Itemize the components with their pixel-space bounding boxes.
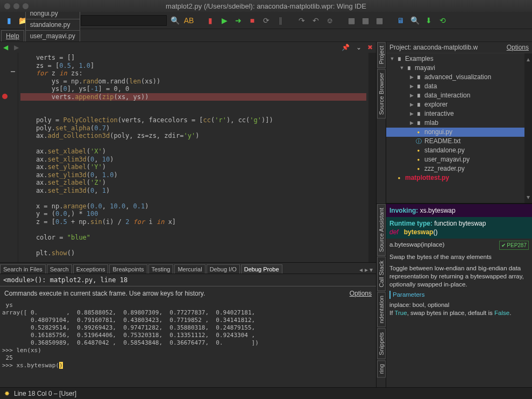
chevron-down-icon[interactable]: ⌄ — [356, 44, 361, 51]
file-tab-bar: Help matplot2.pynongui.pystandalone.pyus… — [0, 29, 532, 42]
replace-icon[interactable]: AB — [183, 15, 195, 26]
step-out-icon[interactable]: ↶ — [310, 15, 322, 26]
editor-header: ◀ ▶ 📌 ⌄ ✖ — [0, 42, 376, 53]
bottom-tab-bar: Search in FilesSearchExceptionsBreakpoin… — [0, 262, 376, 274]
debug-module-line[interactable]: <module>(): matplot2.py, line 18 — [0, 274, 376, 286]
debug-hint: Commands execute in current stack frame.… — [4, 290, 205, 297]
vtab-indentation[interactable]: ndentation — [377, 292, 386, 327]
tree-item[interactable]: ▶interactive — [386, 109, 524, 118]
break-icon[interactable]: ⎊ — [324, 15, 336, 26]
debug-options[interactable]: Options — [350, 290, 372, 297]
tree-item[interactable]: ▶mlab — [386, 118, 524, 128]
close-tab-icon[interactable]: ✖ — [367, 44, 373, 51]
assist-signature: a.byteswap(inplace) — [389, 241, 444, 248]
project-tree[interactable]: ▼Examples▼mayavi▶advanced_visualization▶… — [386, 53, 524, 203]
file-tab[interactable]: user_mayavi.py — [25, 30, 80, 41]
tree-item[interactable]: nongui.py — [386, 128, 524, 137]
code-editor[interactable]: verts = [] zs = [0.5, 1.0] for z in zs: … — [0, 53, 376, 262]
assist-summary: Swap the bytes of the array elements — [389, 253, 529, 261]
file-tab[interactable]: standalone.py — [25, 19, 80, 30]
assist-runtime: Runtime type: function byteswap def byte… — [386, 217, 532, 239]
search-icon[interactable]: 🔍 — [169, 15, 181, 26]
bottom-tab[interactable]: Mercurial — [174, 264, 205, 274]
step-into-icon[interactable]: ➜ — [232, 15, 244, 26]
panel2-icon[interactable]: ▦ — [359, 15, 371, 26]
bottom-tab[interactable]: Search in Files — [0, 264, 46, 274]
tree-item[interactable]: ▶data_interaction — [386, 91, 524, 100]
tree-item[interactable]: ▶explorer — [386, 100, 524, 109]
tree-item[interactable]: zzz_reader.py — [386, 164, 524, 173]
panel3-icon[interactable]: ▦ — [373, 15, 385, 26]
vtab-source-assistant[interactable]: Source Assistant — [377, 204, 386, 256]
assist-param-desc: If True, swap bytes in place, default is… — [389, 309, 529, 317]
tree-item[interactable]: user_mayavi.py — [386, 155, 524, 164]
download-icon[interactable]: ⬇ — [423, 15, 435, 26]
assist-description: Toggle between low-endian and big-endian… — [389, 264, 529, 289]
project-scrollbar[interactable]: ▴▾ — [524, 53, 532, 203]
bug-icon[interactable]: ✸ — [4, 390, 10, 397]
tree-item[interactable]: ▼Examples — [386, 54, 524, 64]
play-icon[interactable]: ▶ — [218, 15, 230, 26]
editor-scrollbar[interactable] — [368, 53, 376, 262]
magnify-icon[interactable]: 🔍 — [409, 15, 421, 26]
project-options[interactable]: Options — [507, 44, 529, 51]
status-position: Line 18 Col 0 – [User] — [14, 390, 76, 397]
pin-icon[interactable]: 📌 — [342, 44, 350, 51]
bottom-tab[interactable]: Debug Probe — [241, 264, 282, 274]
vtab-call-stack[interactable]: Call Stack — [377, 257, 386, 291]
assist-invoking: Invoking: xs.byteswap — [386, 204, 532, 217]
vtab-source-browser[interactable]: Source Browser — [377, 69, 386, 118]
tree-item[interactable]: standalone.py — [386, 146, 524, 155]
bottom-tab[interactable]: Exceptions — [73, 264, 109, 274]
help-menu[interactable]: Help — [1, 30, 24, 41]
right-bottom-vtabs: Source Assistant Call Stack ndentation S… — [377, 204, 386, 387]
stop-icon[interactable]: ■ — [246, 15, 258, 26]
editor-gutter[interactable] — [0, 53, 18, 262]
code-area[interactable]: verts = [] zs = [0.5, 1.0] for z in zs: … — [18, 53, 368, 262]
panel1-icon[interactable]: ▦ — [345, 15, 357, 26]
bottom-tab-arrows[interactable]: ◂ ▸ ▾ — [356, 266, 376, 274]
window-titlebar: matplot2.py (/Users/sdeibel): anaconda-m… — [0, 0, 532, 12]
tree-item[interactable]: ▼mayavi — [386, 64, 524, 73]
debug-output[interactable]: ys array([ 0. , 0.88588052, 0.89807309, … — [0, 300, 376, 387]
tree-item[interactable]: matplottest.py — [386, 173, 524, 183]
pep-badge: ✔ PEP287 — [499, 241, 529, 250]
new-file-icon[interactable]: ▮ — [3, 15, 15, 26]
bottom-tab[interactable]: Debug I/O — [207, 264, 240, 274]
breakpoint-marker[interactable] — [2, 94, 8, 99]
vtab-project[interactable]: Project — [377, 42, 386, 68]
refresh-icon[interactable]: ⟲ — [437, 15, 449, 26]
debug-probe-panel: <module>(): matplot2.py, line 18 Command… — [0, 274, 376, 387]
window-title: matplot2.py (/Users/sdeibel): anaconda-m… — [0, 2, 532, 10]
right-top-vtabs: Project Source Browser — [377, 42, 386, 204]
source-assistant-panel: Invoking: xs.byteswap Runtime type: func… — [386, 204, 532, 387]
restart-icon[interactable]: ⟳ — [260, 15, 272, 26]
project-header: Project: anaconda-matplotlib.w — [389, 44, 478, 51]
vtab-ring[interactable]: ring — [377, 360, 386, 377]
status-bar: ✸ Line 18 Col 0 – [User] — [0, 387, 532, 399]
tree-item[interactable]: ▶data — [386, 82, 524, 91]
step-over-icon[interactable]: ↷ — [296, 15, 308, 26]
bottom-tab[interactable]: Search — [47, 264, 72, 274]
monitor-icon[interactable]: 🖥 — [395, 15, 407, 26]
tree-item[interactable]: ▶advanced_visualization — [386, 73, 524, 82]
vtab-snippets[interactable]: Snippets — [377, 328, 386, 359]
forward-icon[interactable]: ▶ — [14, 44, 19, 51]
tree-item[interactable]: README.txt — [386, 137, 524, 146]
assist-parameters-header: Parameters — [389, 291, 529, 299]
bottom-tab[interactable]: Breakpoints — [109, 264, 147, 274]
bottom-tab[interactable]: Testing — [148, 264, 174, 274]
back-icon[interactable]: ◀ — [3, 44, 8, 51]
pause-icon[interactable]: ‖ — [274, 15, 286, 26]
search-input[interactable] — [81, 15, 167, 26]
debug-file-icon[interactable]: ▮ — [204, 15, 216, 26]
assist-param-name: inplace: bool, optional — [389, 301, 529, 309]
fold-marker[interactable] — [11, 71, 15, 72]
